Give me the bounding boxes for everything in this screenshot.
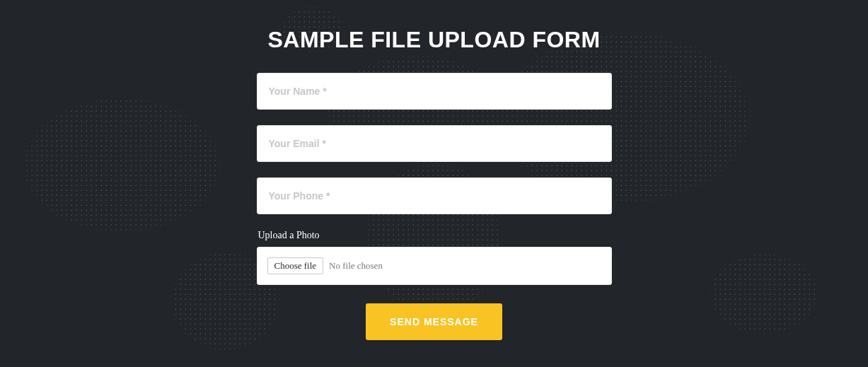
form-title: SAMPLE FILE UPLOAD FORM bbox=[257, 27, 612, 53]
send-message-button[interactable]: SEND MESSAGE bbox=[366, 303, 502, 340]
name-input[interactable] bbox=[257, 73, 612, 110]
file-upload-box[interactable]: Choose file No file chosen bbox=[257, 247, 612, 285]
phone-input[interactable] bbox=[257, 177, 612, 214]
upload-label: Upload a Photo bbox=[258, 230, 612, 241]
choose-file-button[interactable]: Choose file bbox=[267, 257, 324, 274]
form-container: SAMPLE FILE UPLOAD FORM Upload a Photo C… bbox=[257, 0, 612, 340]
file-status-text: No file chosen bbox=[329, 260, 383, 272]
email-input[interactable] bbox=[257, 125, 612, 162]
